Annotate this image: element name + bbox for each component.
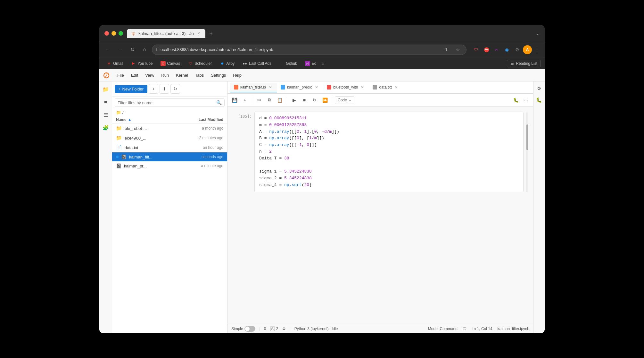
paste-button[interactable]: 📋: [275, 96, 284, 105]
sidebar-list-button[interactable]: ☰: [101, 110, 111, 120]
cpu-icon: ⚙: [282, 327, 286, 331]
notebook-tabs: kalman_filter.ip ✕ kalman_predic ✕ bluet…: [227, 81, 533, 94]
file-modified: a minute ago: [182, 164, 223, 168]
tab-close-icon[interactable]: ✕: [394, 85, 399, 90]
more-options-button[interactable]: ⋯: [522, 96, 531, 105]
reading-list-button[interactable]: ☰ Reading List: [507, 60, 541, 67]
tab-close-icon[interactable]: ✕: [360, 85, 365, 90]
home-button[interactable]: ⌂: [140, 45, 149, 55]
extension-settings[interactable]: ⚙: [513, 45, 522, 54]
bookmark-ed[interactable]: ed Ed: [302, 60, 320, 67]
forward-button[interactable]: →: [115, 45, 125, 55]
menu-view[interactable]: View: [142, 72, 157, 79]
new-launcher-button[interactable]: +: [149, 84, 158, 94]
reload-button[interactable]: ↻: [128, 45, 137, 55]
name-column-header[interactable]: Name ▲: [116, 117, 182, 122]
tab-close-icon[interactable]: ✕: [314, 85, 319, 90]
cut-button[interactable]: ✂: [255, 96, 264, 105]
notebook-tab-kalman-filter[interactable]: kalman_filter.ip ✕: [230, 83, 277, 92]
notebook-tab-bluetooth[interactable]: bluetooth_with ✕: [323, 83, 369, 92]
extension-blue[interactable]: ◉: [502, 45, 511, 54]
sort-icon: ▲: [128, 117, 132, 122]
refresh-button[interactable]: ↻: [170, 84, 180, 94]
menu-edit[interactable]: Edit: [128, 72, 141, 79]
profile-avatar[interactable]: A: [523, 45, 532, 54]
menu-help[interactable]: Help: [230, 72, 245, 79]
close-button[interactable]: [104, 31, 109, 36]
maximize-button[interactable]: [119, 31, 123, 36]
scroll-thumb: [526, 124, 528, 150]
file-search-input[interactable]: [118, 100, 216, 105]
notebook-tab-kalman-pred[interactable]: kalman_predic ✕: [277, 83, 323, 92]
bookmark-scheduler[interactable]: 🛡 Scheduler: [185, 60, 215, 67]
extension-privacy[interactable]: ⛔: [482, 45, 491, 54]
active-tab[interactable]: ◎ kalman_filte... (auto-a : 3) - Ju ✕: [127, 29, 205, 38]
bookmark-github[interactable]: ⬡ Github: [276, 60, 300, 67]
bookmark-gmail[interactable]: M Gmail: [103, 60, 126, 67]
tab-label: kalman_filter.ip: [240, 85, 266, 89]
file-item-ble[interactable]: 📁 ble_robot-... a month ago: [112, 124, 227, 133]
interrupt-button[interactable]: ■: [300, 96, 309, 105]
bookmark-alloy[interactable]: ◆ Alloy: [216, 60, 238, 67]
extension-ublock[interactable]: 🛡: [472, 45, 481, 54]
add-cell-button[interactable]: +: [240, 96, 249, 105]
bookmarks-more-button[interactable]: »: [322, 61, 324, 66]
address-actions: ⬆ ☆: [442, 45, 462, 54]
code-line-8: sigma_1 = 5.345224838: [259, 168, 519, 175]
run-button[interactable]: ▶: [290, 96, 299, 105]
restart-run-button[interactable]: ⏩: [320, 96, 329, 105]
menu-file[interactable]: File: [114, 72, 127, 79]
file-item-kalman-filter[interactable]: 📓 kalman_filt... seconds ago: [112, 152, 227, 161]
scroll-indicator[interactable]: [526, 112, 528, 192]
new-folder-button[interactable]: + New Folder: [115, 85, 147, 93]
cell-type-dropdown[interactable]: Code ⌄: [335, 96, 354, 104]
tab-overflow-button[interactable]: ⌄: [536, 31, 540, 36]
sidebar-extension-button[interactable]: 🧩: [101, 123, 111, 133]
bookmark-canvas[interactable]: C Canvas: [157, 60, 184, 67]
menu-kernel[interactable]: Kernel: [173, 72, 191, 79]
status-count1: 0: [264, 327, 266, 331]
right-debug-button[interactable]: 🐛: [535, 96, 544, 105]
file-item-kalman-pred[interactable]: 📓 kalman_pr... a minute ago: [112, 161, 227, 170]
file-list-header: Name ▲ Last Modified: [112, 116, 227, 124]
tab-close-button[interactable]: ✕: [196, 31, 202, 36]
file-name: ble_robot-...: [125, 126, 179, 131]
tab-close-icon[interactable]: ✕: [268, 85, 273, 90]
menu-run[interactable]: Run: [158, 72, 172, 79]
notebook-tab-data[interactable]: data.txt ✕: [369, 83, 402, 92]
file-item-ece[interactable]: 📁 ece4960_... 2 minutes ago: [112, 133, 227, 143]
menu-settings[interactable]: Settings: [208, 72, 229, 79]
file-search-bar[interactable]: 🔍: [115, 98, 225, 107]
jupyter-app: File Edit View Run Kernel Tabs Settings …: [99, 69, 545, 333]
address-bar[interactable]: ℹ localhost:8888/lab/workspaces/auto-a/t…: [152, 45, 466, 55]
sidebar-folder-button[interactable]: 📁: [101, 84, 111, 94]
toggle-switch[interactable]: [244, 326, 255, 332]
browser-more-button[interactable]: ⋮: [533, 47, 541, 53]
menu-tabs[interactable]: Tabs: [192, 72, 207, 79]
sidebar-stop-button[interactable]: ■: [101, 97, 111, 107]
save-button[interactable]: 💾: [230, 96, 239, 105]
file-item-data[interactable]: 📄 data.txt an hour ago: [112, 143, 227, 152]
extensions-area: 🛡 ⛔ ✂ ◉ ⚙ A ⋮: [472, 45, 541, 54]
right-settings-button[interactable]: ⚙: [535, 84, 544, 93]
code-line-1: d = 0.0008995215311: [259, 115, 519, 122]
bookmark-youtube-label: YouTube: [137, 61, 153, 66]
modified-column-header[interactable]: Last Modified: [182, 117, 223, 122]
bookmark-icon[interactable]: ☆: [453, 45, 462, 54]
restart-button[interactable]: ↻: [310, 96, 319, 105]
bookmark-lastcall[interactable]: ●● Last Call Ads: [239, 60, 275, 67]
bookmark-youtube[interactable]: ▶ YouTube: [128, 60, 156, 67]
minimize-button[interactable]: [111, 31, 116, 36]
extension-scissors[interactable]: ✂: [492, 45, 501, 54]
simple-mode-toggle[interactable]: Simple: [231, 326, 255, 332]
upload-button[interactable]: ⬆: [160, 84, 169, 94]
cell-code[interactable]: d = 0.0008995215311 m = 0.0003125257898 …: [254, 112, 524, 192]
copy-button[interactable]: ⧉: [265, 96, 274, 105]
new-tab-button[interactable]: +: [207, 29, 216, 38]
bookmark-canvas-label: Canvas: [167, 61, 180, 66]
debug-button[interactable]: 🐛: [511, 96, 520, 105]
share-icon[interactable]: ⬆: [442, 45, 451, 54]
new-folder-label: New Folder: [122, 87, 144, 91]
back-button[interactable]: ←: [103, 45, 113, 55]
code-line-3: A = np.array([[0, 1],[0, -d/m]]): [259, 129, 519, 135]
